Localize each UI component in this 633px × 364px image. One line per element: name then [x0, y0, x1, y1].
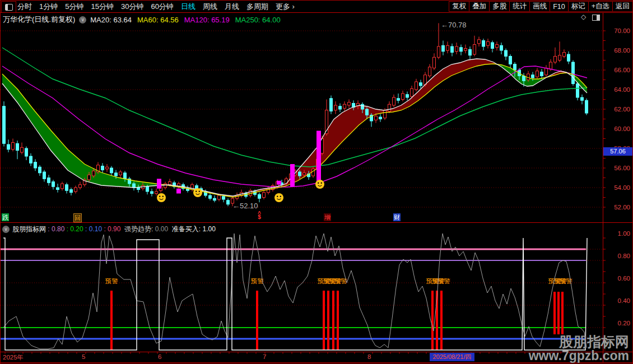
- window-split-button[interactable]: [1, 1, 16, 13]
- indicator-values: 股朋指标网 : 0.80 : 0.20 : 0.10 : 0.90 强势趋势: …: [12, 225, 216, 234]
- price-tick-label: 70.00: [603, 27, 630, 34]
- main-chart[interactable]: 预警预警预警预警预警预警预警预警预警预警预警预警: [1, 1, 633, 364]
- price-tick-label: 68.00: [603, 47, 630, 54]
- indicator-header-seg-3: : 0.10: [83, 225, 102, 233]
- chart-annotation-0: ←70.78: [441, 21, 467, 29]
- price-tick-label: 60.00: [603, 125, 630, 132]
- chart-annotation-1: ←52.10: [232, 202, 258, 210]
- action-button-6[interactable]: 标记: [568, 1, 589, 12]
- month-label: 5: [82, 353, 85, 360]
- indicator-tick-label: 0.60: [603, 275, 630, 282]
- month-label: 6: [158, 353, 161, 360]
- flag-marker-4: 财: [393, 213, 401, 221]
- ma-value-1: MA60: 64.56: [137, 16, 179, 24]
- indicator-header-seg-5: 强势趋势:: [120, 225, 153, 233]
- indicator-tick-label: 0.80: [603, 253, 630, 259]
- indicator-header-seg-1: : 0.80: [46, 225, 64, 233]
- toolbar: 分时1分钟5分钟15分钟30分钟60分钟日线周线月线多周期更多 › 复权叠加多股…: [1, 1, 633, 12]
- menu-item-3[interactable]: 15分钟: [91, 2, 113, 12]
- svg-text:预警: 预警: [251, 278, 264, 284]
- tdx-stock-app: 预警预警预警预警预警预警预警预警预警预警预警预警 分时1分钟5分钟15分钟30分…: [0, 0, 633, 364]
- menu-item-4[interactable]: 30分钟: [121, 2, 143, 12]
- price-tick-label: 54.00: [603, 184, 630, 191]
- flag-marker-0: 跌: [2, 213, 9, 221]
- selected-date-label: 2025/08/21/四: [430, 353, 474, 361]
- chevron-down-icon[interactable]: ∨: [79, 16, 86, 24]
- price-tick-label: 52.00: [603, 204, 630, 211]
- current-price-badge: 57.06: [603, 147, 632, 156]
- period-menu: 分时1分钟5分钟15分钟30分钟60分钟日线周线月线多周期更多 ›: [17, 2, 295, 12]
- split-window-icon: [5, 4, 13, 11]
- ma-value-0: MA20: 63.64: [90, 16, 132, 24]
- indicator-header-seg-0: 股朋指标网: [12, 225, 46, 233]
- action-button-7[interactable]: +自选: [588, 1, 613, 12]
- action-button-5[interactable]: F10: [550, 1, 569, 12]
- month-label: 8: [367, 353, 371, 360]
- flag-marker-3: 增: [324, 213, 331, 221]
- indicator-header-seg-7: 准备买入:: [168, 225, 201, 233]
- title-bar: 万华化学(日线.前复权) ∨ MA20: 63.64MA60: 64.56MA1…: [3, 15, 281, 25]
- xaxis-strip: 2025年 5678 2025/08/21/四: [1, 352, 603, 362]
- indicator-header-seg-2: : 0.20: [64, 225, 83, 233]
- menu-item-10[interactable]: 更多 ›: [276, 2, 295, 12]
- watermark-site-name: 股朋指标网: [529, 335, 629, 349]
- action-button-4[interactable]: 画线: [529, 1, 550, 12]
- svg-text:预警: 预警: [334, 278, 348, 284]
- menu-item-5[interactable]: 60分钟: [151, 2, 173, 12]
- svg-text:预警: 预警: [105, 278, 119, 284]
- chevron-down-icon[interactable]: ∨: [2, 226, 10, 233]
- menu-item-0[interactable]: 分时: [17, 2, 32, 12]
- price-tick-label: 66.00: [603, 67, 630, 73]
- action-menu: 复权叠加多股统计画线F10标记+自选返回: [449, 1, 633, 12]
- menu-item-9[interactable]: 多周期: [246, 2, 268, 12]
- month-label: 7: [263, 353, 266, 360]
- action-button-1[interactable]: 叠加: [469, 1, 490, 12]
- year-label: 2025年: [3, 353, 24, 362]
- ma-value-3: MA250: 64.00: [235, 16, 281, 24]
- flag-marker-1: 回: [73, 213, 82, 222]
- menu-item-2[interactable]: 5分钟: [65, 2, 83, 12]
- diamond-icon[interactable]: ◇: [581, 13, 586, 21]
- menu-item-8[interactable]: 月线: [225, 2, 239, 12]
- indicator-tick-label: 0.40: [603, 297, 630, 304]
- menu-item-6[interactable]: 日线: [181, 2, 196, 12]
- axis-border: [603, 13, 603, 362]
- ma-value-2: MA120: 65.19: [184, 16, 230, 24]
- price-tick-label: 62.00: [603, 106, 630, 113]
- indicator-header: ∨ 股朋指标网 : 0.80 : 0.20 : 0.10 : 0.90 强势趋势…: [2, 225, 216, 234]
- svg-text:预警: 预警: [437, 278, 451, 284]
- menu-divider: [1, 12, 633, 13]
- action-button-0[interactable]: 复权: [449, 1, 469, 12]
- pane-divider: [1, 222, 633, 223]
- watermark-url: www.7gpzb.com: [529, 349, 629, 362]
- indicator-tick-label: 0.20: [603, 320, 630, 326]
- indicator-header-seg-4: : 0.90: [102, 225, 120, 233]
- flag-marker-2: ^$: [257, 212, 262, 220]
- action-button-3[interactable]: 统计: [509, 1, 530, 12]
- menu-item-7[interactable]: 周线: [203, 2, 217, 12]
- action-button-2[interactable]: 多股: [489, 1, 510, 12]
- price-tick-label: 64.00: [603, 86, 630, 93]
- indicator-header-seg-8: 1.00: [201, 225, 216, 233]
- watermark: 股朋指标网 www.7gpzb.com: [529, 335, 629, 362]
- menu-item-1[interactable]: 1分钟: [39, 2, 58, 12]
- price-tick-label: 56.00: [603, 165, 630, 171]
- indicator-tick-label: 1.00: [603, 230, 630, 237]
- pane-split-icon[interactable]: [592, 15, 600, 21]
- symbol-title: 万华化学(日线.前复权): [3, 15, 75, 25]
- ma-values: MA20: 63.64MA60: 64.56MA120: 65.19MA250:…: [90, 16, 280, 24]
- indicator-header-seg-6: 0.00: [153, 225, 168, 233]
- action-button-8[interactable]: 返回: [612, 1, 633, 12]
